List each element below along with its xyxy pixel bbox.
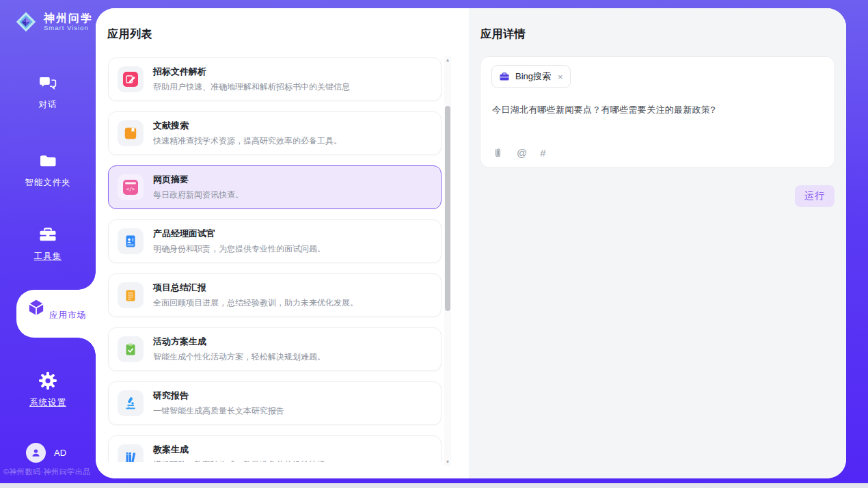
app-card-literature-search[interactable]: 文献搜索 快速精准查找学术资源，提高研究效率的必备工具。 — [108, 111, 442, 155]
app-icon-tile: </> — [118, 174, 144, 200]
avatar — [26, 443, 46, 463]
sidebar-item-label: 工具集 — [34, 252, 62, 261]
books-icon — [123, 450, 138, 462]
app-icon-tile — [118, 282, 144, 308]
app-card-text: 网页摘要 每日政府新闻资讯快查。 — [153, 174, 243, 201]
tool-chip-bing-search[interactable]: Bing搜索 × — [491, 65, 571, 88]
app-card-text: 项目总结汇报 全面回顾项目进展，总结经验教训，助力未来优化发展。 — [153, 282, 358, 309]
svg-text:</>: </> — [126, 187, 135, 192]
scrollbar-thumb[interactable] — [445, 106, 450, 311]
document-edit-icon — [123, 72, 138, 87]
sidebar-item-label: 对话 — [39, 100, 57, 109]
app-name: 网页摘要 — [153, 174, 243, 186]
chat-icon — [38, 72, 58, 93]
app-card-pm-interviewer[interactable]: 产品经理面试官 明确身份和职责，为您提供专业性的面试问题。 — [108, 219, 442, 263]
app-card-text: 教案生成 模板驱动，教案秒生成，教学准备从此轻松快捷 — [153, 444, 325, 462]
app-name: 研究报告 — [153, 390, 284, 402]
app-card-lesson-plan[interactable]: 教案生成 模板驱动，教案秒生成，教学准备从此轻松快捷 — [108, 435, 442, 462]
app-card-project-summary[interactable]: 项目总结汇报 全面回顾项目进展，总结经验教训，助力未来优化发展。 — [108, 273, 442, 317]
sidebar-item-chat[interactable]: 对话 — [0, 72, 96, 111]
prompt-card: Bing搜索 × 今日湖北有哪些新闻要点？有哪些需要关注的最新政策? @ # — [480, 56, 835, 168]
app-card-text: 研究报告 一键智能生成高质量长文本研究报告 — [153, 390, 284, 417]
clipboard-check-icon — [123, 342, 138, 357]
app-card-text: 文献搜索 快速精准查找学术资源，提高研究效率的必备工具。 — [153, 120, 342, 147]
cube-icon — [26, 297, 46, 318]
app-desc: 帮助用户快速、准确地理解和解析招标书中的关键信息 — [153, 81, 350, 93]
sidebar: 神州问学 Smart Vision 对话 智能文件夹 工具集 应用市场 — [0, 0, 96, 483]
app-name: 产品经理面试官 — [153, 228, 325, 240]
sidebar-item-settings[interactable]: 系统设置 — [0, 370, 96, 409]
mention-icon[interactable]: @ — [517, 147, 527, 159]
scroll-up-icon[interactable]: ▲ — [444, 56, 451, 64]
app-name: 教案生成 — [153, 444, 325, 456]
sidebar-item-app-market[interactable]: 应用市场 — [16, 290, 96, 338]
microscope-icon — [123, 396, 138, 411]
brand-text: 神州问学 Smart Vision — [44, 12, 93, 32]
app-name: 项目总结汇报 — [153, 282, 358, 294]
app-card-text: 产品经理面试官 明确身份和职责，为您提供专业性的面试问题。 — [153, 228, 325, 255]
sidebar-item-smart-folders[interactable]: 智能文件夹 — [0, 150, 96, 189]
gear-icon — [38, 370, 58, 391]
browser-code-icon: </> — [123, 180, 138, 195]
app-list-title: 应用列表 — [107, 27, 152, 42]
app-icon-tile — [118, 390, 144, 416]
chip-close-icon[interactable]: × — [558, 72, 563, 82]
list-scrollbar[interactable]: ▲ ▼ — [444, 56, 451, 466]
app-detail-panel: 应用详情 Bing搜索 × 今日湖北有哪些新闻要点？有哪些需要关注的最新政策? … — [469, 8, 846, 478]
sidebar-item-label: 应用市场 — [49, 310, 86, 320]
brand-tagline: Smart Vision — [44, 24, 93, 31]
app-name: 活动方案生成 — [153, 336, 325, 348]
paperclip-icon[interactable] — [492, 147, 504, 159]
person-icon — [30, 447, 42, 459]
app-desc: 模板驱动，教案秒生成，教学准备从此轻松快捷 — [153, 459, 325, 462]
app-desc: 一键智能生成高质量长文本研究报告 — [153, 405, 284, 417]
app-card-text: 招标文件解析 帮助用户快速、准确地理解和解析招标书中的关键信息 — [153, 66, 350, 93]
briefcase-icon — [499, 71, 510, 82]
query-input[interactable]: 今日湖北有哪些新闻要点？有哪些需要关注的最新政策? — [492, 104, 824, 116]
sidebar-item-label: 系统设置 — [29, 398, 66, 407]
app-icon-tile — [118, 444, 144, 462]
composer-toolbar: @ # — [492, 147, 546, 159]
scroll-down-icon[interactable]: ▼ — [444, 458, 451, 466]
app-card-bid-document-analysis[interactable]: 招标文件解析 帮助用户快速、准确地理解和解析招标书中的关键信息 — [108, 57, 442, 101]
tool-chip-label: Bing搜索 — [515, 70, 551, 83]
app-desc: 智能生成个性化活动方案，轻松解决规划难题。 — [153, 351, 325, 363]
app-desc: 明确身份和职责，为您提供专业性的面试问题。 — [153, 243, 325, 255]
hash-icon[interactable]: # — [540, 147, 545, 159]
app-icon-tile — [118, 66, 144, 92]
toolbox-icon — [38, 224, 58, 245]
run-button[interactable]: 运行 — [795, 185, 835, 207]
user-account[interactable]: AD — [26, 443, 66, 463]
app-name: 招标文件解析 — [153, 66, 350, 78]
app-desc: 全面回顾项目进展，总结经验教训，助力未来优化发展。 — [153, 297, 358, 309]
app-icon-tile — [118, 120, 144, 146]
app-name: 文献搜索 — [153, 120, 342, 132]
sidebar-item-label: 智能文件夹 — [25, 178, 71, 187]
app-icon-tile — [118, 228, 144, 254]
diamond-logo-icon — [14, 10, 38, 34]
app-card-web-summary[interactable]: </> 网页摘要 每日政府新闻资讯快查。 — [108, 165, 442, 209]
main-content: 应用列表 招标文件解析 帮助用户快速、准确地理解和解析招标书中的关键信息 — [96, 8, 846, 478]
app-desc: 快速精准查找学术资源，提高研究效率的必备工具。 — [153, 135, 342, 147]
brand-logo: 神州问学 Smart Vision — [14, 10, 93, 34]
notepad-icon — [123, 288, 138, 303]
app-list-panel: 应用列表 招标文件解析 帮助用户快速、准确地理解和解析招标书中的关键信息 — [96, 8, 469, 478]
resume-person-icon — [123, 234, 138, 249]
app-list-scroll-area: 招标文件解析 帮助用户快速、准确地理解和解析招标书中的关键信息 文献搜索 快速精… — [96, 56, 469, 462]
sidebar-item-toolset[interactable]: 工具集 — [0, 224, 96, 262]
app-icon-tile — [118, 336, 144, 362]
app-card-research-report[interactable]: 研究报告 一键智能生成高质量长文本研究报告 — [108, 381, 442, 425]
brand-name: 神州问学 — [44, 12, 93, 25]
app-desc: 每日政府新闻资讯快查。 — [153, 189, 243, 201]
copyright-footer: ©神州数码·神州问学出品 — [3, 467, 91, 477]
folder-icon — [38, 150, 58, 171]
user-name: AD — [54, 448, 66, 458]
app-card-text: 活动方案生成 智能生成个性化活动方案，轻松解决规划难题。 — [153, 336, 325, 363]
bottom-strip — [0, 483, 868, 488]
app-card-event-plan[interactable]: 活动方案生成 智能生成个性化活动方案，轻松解决规划难题。 — [108, 327, 442, 371]
app-detail-title: 应用详情 — [480, 27, 526, 42]
book-icon — [123, 126, 138, 141]
